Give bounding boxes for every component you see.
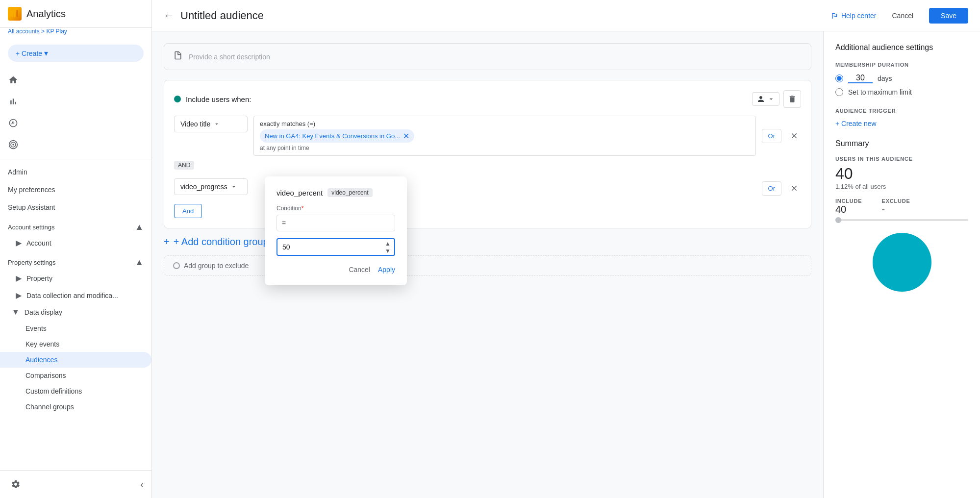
sidebar-item-setup[interactable]: Setup Assistant [0, 199, 151, 216]
include-section: INCLUDE 40 [835, 198, 862, 215]
add-group-exclude-button[interactable]: Add group to exclude [164, 255, 811, 276]
include-users-label: Include users when: [174, 95, 251, 103]
days-radio[interactable] [835, 75, 843, 82]
main-panel: Provide a short description Include user… [152, 31, 823, 498]
days-input[interactable]: 30 [848, 74, 873, 83]
bar-chart-icon [8, 96, 19, 107]
popup-field-name: video_percent [276, 189, 323, 197]
compass-icon [8, 118, 19, 128]
target-icon [8, 139, 19, 150]
sidebar-header: Analytics [0, 0, 151, 28]
sidebar-item-admin[interactable]: Admin [0, 163, 151, 181]
and-button[interactable]: And [174, 204, 202, 218]
popup-apply-button[interactable]: Apply [378, 266, 395, 274]
teal-circle-decoration [873, 233, 931, 292]
sidebar-item-key-events[interactable]: Key events [0, 336, 151, 352]
first-condition-value-box: exactly matches (=) New in GA4: Key Even… [253, 116, 756, 156]
max-limit-label: Set to maximum limit [848, 88, 912, 96]
max-limit-radio[interactable] [835, 88, 843, 96]
sidebar-item-account[interactable]: ▶ Account [0, 234, 151, 251]
create-new-trigger-button[interactable]: + Create new [835, 120, 968, 127]
exclude-value: - [882, 204, 910, 215]
include-value: 40 [835, 204, 862, 215]
settings-icon[interactable] [8, 476, 24, 492]
include-exclude-row: INCLUDE 40 EXCLUDE - [835, 198, 968, 215]
condition-card-header: Include users when: [174, 90, 801, 108]
save-button[interactable]: Save [929, 8, 968, 24]
popup-increment-button[interactable]: ▲ [383, 240, 392, 247]
card-actions [752, 90, 801, 108]
help-center-link[interactable]: Help center [830, 12, 877, 20]
back-button[interactable]: ← [164, 9, 175, 22]
sidebar-item-events[interactable]: Events [0, 321, 151, 336]
topbar: ← Untitled audience Help center Cancel S… [152, 0, 980, 31]
person-scope-button[interactable] [752, 92, 779, 106]
membership-duration-label: MEMBERSHIP DURATION [835, 62, 968, 68]
sidebar-item-channel-groups[interactable]: Channel groups [0, 399, 151, 415]
collapse-sidebar-button[interactable]: ‹ [140, 479, 144, 490]
property-settings-expand-icon: ▲ [135, 257, 144, 268]
create-button[interactable]: + Create ▾ [8, 45, 144, 62]
sidebar-title: Analytics [26, 8, 66, 20]
condition-time-label: at any point in time [260, 145, 750, 151]
popup-condition-label: Condition* [276, 205, 395, 212]
popup-input-wrap: ▲ ▼ [276, 238, 395, 256]
chip-close-icon[interactable]: ✕ [403, 131, 409, 141]
sidebar-item-data-collection[interactable]: ▶ Data collection and modifica... [0, 287, 151, 304]
close-second-condition-button[interactable] [787, 181, 801, 195]
account-expand-arrow-icon: ▶ [16, 238, 22, 248]
audience-trigger-label: AUDIENCE TRIGGER [835, 108, 968, 114]
my-preferences-label: My preferences [8, 186, 55, 194]
data-display-expand-icon: ▼ [12, 308, 20, 317]
sidebar-item-preferences[interactable]: My preferences [0, 181, 151, 199]
sidebar-item-explore[interactable] [0, 113, 151, 133]
summary-bar-dot-icon [835, 217, 841, 223]
delete-condition-button[interactable] [783, 90, 801, 108]
sidebar-item-custom-definitions[interactable]: Custom definitions [0, 383, 151, 399]
sidebar-item-data-display[interactable]: ▼ Data display [0, 304, 151, 321]
property-expand-arrow-icon: ▶ [16, 274, 22, 283]
sidebar-item-property[interactable]: ▶ Property [0, 270, 151, 287]
sidebar-item-home[interactable] [0, 70, 151, 90]
popup-cancel-button[interactable]: Cancel [349, 266, 370, 274]
add-condition-group-button[interactable]: + + Add condition group ( [164, 236, 811, 248]
first-condition-row: Video title exactly matches (=) New in G… [174, 116, 801, 156]
popup-input-arrows: ▲ ▼ [383, 240, 392, 254]
description-placeholder: Provide a short description [189, 53, 270, 61]
topbar-left: ← Untitled audience [164, 9, 264, 22]
or-button-2[interactable]: Or [762, 181, 781, 196]
popup-actions: Cancel Apply [276, 266, 395, 274]
property-settings-header[interactable]: Property settings ▲ [0, 251, 151, 270]
description-bar[interactable]: Provide a short description [164, 43, 811, 70]
popup-chip: video_percent [327, 188, 372, 197]
include-label: INCLUDE [835, 198, 862, 204]
account-settings-header[interactable]: Account settings ▲ [0, 216, 151, 234]
users-percent: 1.12% of all users [835, 183, 968, 190]
right-panel: Additional audience settings MEMBERSHIP … [823, 31, 980, 498]
match-type-label: exactly matches (=) [260, 120, 750, 127]
exclude-section: EXCLUDE - [882, 198, 910, 215]
sidebar-item-reports[interactable] [0, 91, 151, 112]
data-collection-expand-icon: ▶ [16, 291, 22, 300]
exclude-circle-icon [173, 262, 180, 269]
cancel-button[interactable]: Cancel [884, 8, 921, 24]
home-icon [8, 75, 19, 85]
video-progress-dropdown[interactable]: video_progress [174, 178, 248, 195]
all-accounts-link[interactable]: All accounts > KP Play [8, 28, 67, 35]
sidebar-item-advertising[interactable] [0, 134, 151, 155]
setup-assistant-label: Setup Assistant [8, 203, 55, 211]
exclude-label: EXCLUDE [882, 198, 910, 204]
summary-title: Summary [835, 139, 968, 148]
close-first-condition-button[interactable] [787, 129, 801, 143]
popup-value-input[interactable] [276, 238, 395, 256]
sidebar-item-comparisons[interactable]: Comparisons [0, 368, 151, 383]
add-condition-group-icon: + [164, 236, 170, 248]
membership-options: 30 days Set to maximum limit [835, 74, 968, 96]
video-title-dropdown[interactable]: Video title [174, 116, 248, 132]
popup-condition-select[interactable]: = ≠ > < ≥ ≤ [276, 215, 395, 231]
or-button-1[interactable]: Or [762, 129, 781, 143]
popup-decrement-button[interactable]: ▼ [383, 248, 392, 254]
sidebar-item-audiences[interactable]: Audiences [0, 352, 151, 368]
svg-point-5 [12, 144, 14, 145]
account-settings-expand-icon: ▲ [135, 222, 144, 232]
